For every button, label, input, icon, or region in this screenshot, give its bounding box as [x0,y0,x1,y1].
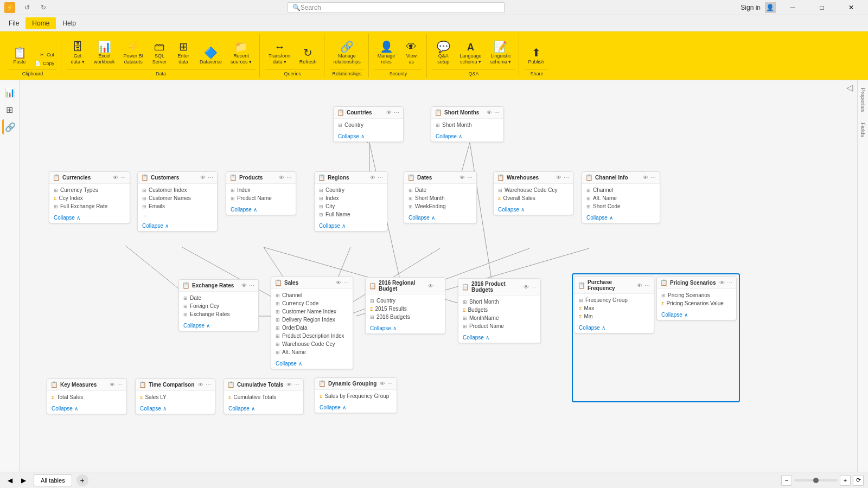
table-2016-product[interactable]: 📋2016 Product Budgets 👁⋯ ⊞Short Month ΣB… [458,278,541,343]
manage-rel-btn[interactable]: 🔗 Managerelationships [330,39,364,67]
sidebar-report-icon[interactable]: 📊 [2,85,17,100]
table-short-months[interactable]: 📋Short Months 👁⋯ ⊞Short Month Collapse ∧ [431,106,504,142]
cumulative-menu[interactable]: ⋯ [293,381,300,388]
products-eye[interactable]: 👁 [278,174,285,181]
purchase-freq-menu[interactable]: ⋯ [644,282,650,289]
warehouses-eye[interactable]: 👁 [556,174,562,181]
sidebar-model-icon[interactable]: 🔗 [2,119,17,134]
key-measures-menu[interactable]: ⋯ [117,381,123,388]
zoom-in-btn[interactable]: + [840,475,851,486]
currencies-menu[interactable]: ⋯ [120,174,126,181]
excel-btn[interactable]: 📊 Excelworkbook [91,39,118,67]
currencies-eye[interactable]: 👁 [112,174,119,181]
dynamic-menu[interactable]: ⋯ [387,380,393,387]
dynamic-collapse[interactable]: Collapse ∧ [315,402,397,413]
search-bar[interactable]: 🔍 Search [288,2,505,13]
pricing-collapse[interactable]: Collapse ∧ [657,310,736,320]
customers-collapse[interactable]: Collapse ∧ [138,221,217,231]
get-data-btn[interactable]: 🗄 Getdata ▾ [67,39,88,67]
customers-eye[interactable]: 👁 [200,174,206,181]
table-currencies[interactable]: 📋Currencies 👁⋯ ⊞Currency Types ΣCcy Inde… [49,171,130,223]
signin-label[interactable]: Sign in [741,4,761,11]
regions-eye[interactable]: 👁 [369,174,376,181]
linguistic-btn[interactable]: 📝 Linguisticschema ▾ [487,39,514,67]
sales-eye[interactable]: 👁 [335,279,342,286]
collapse-panel-btn[interactable]: ◁ [846,82,853,93]
cumulative-eye[interactable]: 👁 [286,381,292,388]
cut-btn[interactable]: ✂Cut [33,51,56,59]
manage-roles-btn[interactable]: 👤 Manageroles [374,39,399,67]
canvas[interactable]: ◁ 1 * 📋Countries [20,80,857,472]
regional-menu[interactable]: ⋯ [435,282,442,290]
sales-collapse[interactable]: Collapse ∧ [271,358,353,369]
currencies-collapse[interactable]: Collapse ∧ [49,213,130,223]
cumulative-collapse[interactable]: Collapse ∧ [224,403,303,414]
countries-collapse[interactable]: Collapse ∧ [334,131,403,142]
countries-menu[interactable]: ⋯ [393,109,400,116]
view-as-btn[interactable]: 👁 Viewas [400,39,422,67]
dynamic-eye[interactable]: 👁 [379,380,386,387]
table-2016-regional[interactable]: 📋2016 Regional Budget 👁⋯ ⊞Country Σ2015 … [365,277,445,334]
channel-menu[interactable]: ⋯ [650,174,656,181]
table-time-comparison[interactable]: 📋Time Comparison 👁⋯ ΣSales LY Collapse ∧ [135,378,215,414]
key-measures-collapse[interactable]: Collapse ∧ [47,403,126,414]
time-comp-eye[interactable]: 👁 [197,381,204,388]
zoom-reset-btn[interactable]: ⟳ [853,475,864,486]
product-budgets-eye[interactable]: 👁 [523,284,529,291]
product-budgets-collapse[interactable]: Collapse ∧ [458,332,540,343]
zoom-out-btn[interactable]: − [781,475,792,486]
table-countries[interactable]: 📋Countries 👁⋯ ⊞Country Collapse ∧ [333,106,404,142]
warehouses-collapse[interactable]: Collapse ∧ [494,204,573,215]
next-tab-btn[interactable]: ▶ [18,476,29,485]
redo-btn[interactable]: ↻ [36,0,51,15]
purchase-freq-eye[interactable]: 👁 [636,282,643,289]
warehouses-menu[interactable]: ⋯ [563,174,570,181]
minimize-btn[interactable]: ─ [780,0,805,15]
table-purchase-frequency[interactable]: 📋Purchase Frequency 👁⋯ ⊞Frequency Group … [574,277,654,333]
products-menu[interactable]: ⋯ [286,174,292,181]
table-customers[interactable]: 📋Customers 👁⋯ ⊞Customer Index ⊞Customer … [137,171,218,232]
table-warehouses[interactable]: 📋Warehouses 👁⋯ ⊞Warehouse Code Ccy ΣOver… [493,171,573,215]
qa-setup-btn[interactable]: 💬 Q&Asetup [432,39,454,67]
short-months-eye[interactable]: 👁 [486,109,493,116]
language-schema-btn[interactable]: A Languageschema ▾ [456,40,484,67]
table-pricing-scenarios[interactable]: 📋Pricing Scenarios 👁⋯ ⊞Pricing Scenarios… [656,277,737,320]
menu-file[interactable]: File [2,17,25,29]
close-btn[interactable]: ✕ [839,0,864,15]
purchase-freq-collapse[interactable]: Collapse ∧ [575,323,654,333]
dataverse-btn[interactable]: 🔷 Dataverse [196,45,225,67]
sidebar-data-icon[interactable]: ⊞ [2,102,17,117]
regional-eye[interactable]: 👁 [427,282,434,290]
zoom-slider-track[interactable] [794,479,838,481]
table-exchange-rates[interactable]: 📋Exchange Rates 👁⋯ ⊞Date ⊞Foreign Ccy ⊞E… [178,279,259,331]
add-tab-btn[interactable]: + [76,474,88,486]
pricing-menu[interactable]: ⋯ [726,279,733,286]
exchange-eye[interactable]: 👁 [241,282,247,289]
menu-help[interactable]: Help [56,17,82,29]
short-months-collapse[interactable]: Collapse ∧ [431,131,503,142]
recent-sources-btn[interactable]: 📁 Recentsources ▾ [227,39,255,67]
all-tables-tab[interactable]: All tables [34,474,72,486]
product-budgets-menu[interactable]: ⋯ [531,284,537,291]
refresh-btn[interactable]: ↻ Refresh [296,45,320,67]
regions-menu[interactable]: ⋯ [377,174,384,181]
restore-btn[interactable]: □ [809,0,834,15]
exchange-collapse[interactable]: Collapse ∧ [179,320,258,331]
pricing-eye[interactable]: 👁 [719,279,725,286]
table-key-measures[interactable]: 📋Key Measures 👁⋯ ΣTotal Sales Collapse ∧ [47,378,127,414]
fields-label[interactable]: Fields [860,123,866,137]
undo-btn[interactable]: ↺ [20,0,35,15]
table-dynamic-grouping[interactable]: 📋Dynamic Grouping 👁⋯ ΣSales by Frequency… [315,377,397,413]
powerbi-btn[interactable]: ⚡ Power BIdatasets [120,39,147,67]
sales-menu[interactable]: ⋯ [343,279,349,286]
dates-eye[interactable]: 👁 [459,174,465,181]
table-regions[interactable]: 📋Regions 👁⋯ ⊞Country ⊞Index ⊞City ⊞Full … [314,171,387,232]
zoom-slider-thumb[interactable] [813,478,819,483]
dates-collapse[interactable]: Collapse ∧ [404,213,476,223]
regional-collapse[interactable]: Collapse ∧ [366,323,445,333]
table-sales[interactable]: 📋Sales 👁⋯ ⊞Channel ⊞Currency Code ⊞Custo… [271,277,353,369]
channel-eye[interactable]: 👁 [642,174,649,181]
table-products[interactable]: 📋Products 👁⋯ ⊞Index ⊞Product Name Collap… [226,171,296,215]
copy-btn[interactable]: 📄Copy [33,60,56,67]
customers-menu[interactable]: ⋯ [207,174,214,181]
